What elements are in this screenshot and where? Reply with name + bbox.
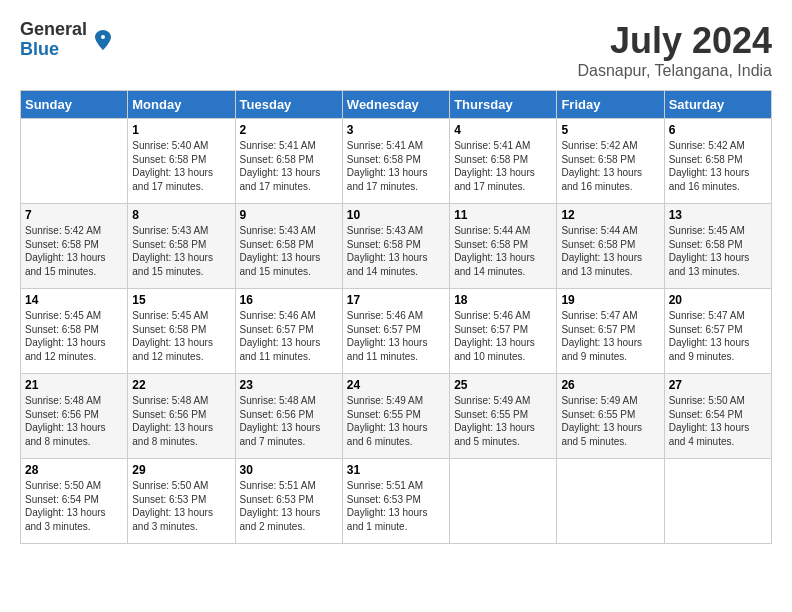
header-sunday: Sunday [21,91,128,119]
day-info: Sunrise: 5:47 AM Sunset: 6:57 PM Dayligh… [561,309,659,363]
calendar-week-row: 1Sunrise: 5:40 AM Sunset: 6:58 PM Daylig… [21,119,772,204]
day-info: Sunrise: 5:45 AM Sunset: 6:58 PM Dayligh… [132,309,230,363]
day-info: Sunrise: 5:49 AM Sunset: 6:55 PM Dayligh… [454,394,552,448]
calendar-cell [21,119,128,204]
calendar-cell: 6Sunrise: 5:42 AM Sunset: 6:58 PM Daylig… [664,119,771,204]
day-info: Sunrise: 5:41 AM Sunset: 6:58 PM Dayligh… [240,139,338,193]
day-number: 7 [25,208,123,222]
calendar-cell: 20Sunrise: 5:47 AM Sunset: 6:57 PM Dayli… [664,289,771,374]
day-info: Sunrise: 5:46 AM Sunset: 6:57 PM Dayligh… [454,309,552,363]
day-info: Sunrise: 5:41 AM Sunset: 6:58 PM Dayligh… [347,139,445,193]
day-info: Sunrise: 5:48 AM Sunset: 6:56 PM Dayligh… [132,394,230,448]
day-number: 2 [240,123,338,137]
calendar-cell: 12Sunrise: 5:44 AM Sunset: 6:58 PM Dayli… [557,204,664,289]
calendar-cell: 13Sunrise: 5:45 AM Sunset: 6:58 PM Dayli… [664,204,771,289]
calendar-cell: 24Sunrise: 5:49 AM Sunset: 6:55 PM Dayli… [342,374,449,459]
calendar-cell: 10Sunrise: 5:43 AM Sunset: 6:58 PM Dayli… [342,204,449,289]
calendar-cell: 25Sunrise: 5:49 AM Sunset: 6:55 PM Dayli… [450,374,557,459]
calendar-cell: 16Sunrise: 5:46 AM Sunset: 6:57 PM Dayli… [235,289,342,374]
calendar-cell: 27Sunrise: 5:50 AM Sunset: 6:54 PM Dayli… [664,374,771,459]
calendar-cell: 5Sunrise: 5:42 AM Sunset: 6:58 PM Daylig… [557,119,664,204]
day-info: Sunrise: 5:43 AM Sunset: 6:58 PM Dayligh… [132,224,230,278]
logo-blue: Blue [20,40,87,60]
day-number: 15 [132,293,230,307]
day-info: Sunrise: 5:45 AM Sunset: 6:58 PM Dayligh… [25,309,123,363]
day-info: Sunrise: 5:50 AM Sunset: 6:54 PM Dayligh… [669,394,767,448]
day-info: Sunrise: 5:43 AM Sunset: 6:58 PM Dayligh… [347,224,445,278]
calendar-cell: 1Sunrise: 5:40 AM Sunset: 6:58 PM Daylig… [128,119,235,204]
day-number: 28 [25,463,123,477]
day-info: Sunrise: 5:44 AM Sunset: 6:58 PM Dayligh… [454,224,552,278]
day-number: 25 [454,378,552,392]
header-thursday: Thursday [450,91,557,119]
calendar-cell: 9Sunrise: 5:43 AM Sunset: 6:58 PM Daylig… [235,204,342,289]
day-number: 26 [561,378,659,392]
day-number: 24 [347,378,445,392]
calendar-header-row: SundayMondayTuesdayWednesdayThursdayFrid… [21,91,772,119]
calendar-cell: 15Sunrise: 5:45 AM Sunset: 6:58 PM Dayli… [128,289,235,374]
calendar-cell: 18Sunrise: 5:46 AM Sunset: 6:57 PM Dayli… [450,289,557,374]
day-number: 3 [347,123,445,137]
day-number: 10 [347,208,445,222]
day-number: 5 [561,123,659,137]
calendar-cell: 7Sunrise: 5:42 AM Sunset: 6:58 PM Daylig… [21,204,128,289]
calendar-cell: 28Sunrise: 5:50 AM Sunset: 6:54 PM Dayli… [21,459,128,544]
day-info: Sunrise: 5:51 AM Sunset: 6:53 PM Dayligh… [240,479,338,533]
day-number: 31 [347,463,445,477]
header-saturday: Saturday [664,91,771,119]
day-number: 14 [25,293,123,307]
day-number: 20 [669,293,767,307]
calendar-cell: 30Sunrise: 5:51 AM Sunset: 6:53 PM Dayli… [235,459,342,544]
day-info: Sunrise: 5:42 AM Sunset: 6:58 PM Dayligh… [25,224,123,278]
calendar-week-row: 7Sunrise: 5:42 AM Sunset: 6:58 PM Daylig… [21,204,772,289]
day-number: 9 [240,208,338,222]
header-monday: Monday [128,91,235,119]
location-subtitle: Dasnapur, Telangana, India [577,62,772,80]
logo-icon [91,28,115,52]
day-info: Sunrise: 5:41 AM Sunset: 6:58 PM Dayligh… [454,139,552,193]
calendar-cell: 21Sunrise: 5:48 AM Sunset: 6:56 PM Dayli… [21,374,128,459]
day-number: 4 [454,123,552,137]
day-number: 29 [132,463,230,477]
day-info: Sunrise: 5:49 AM Sunset: 6:55 PM Dayligh… [347,394,445,448]
day-info: Sunrise: 5:42 AM Sunset: 6:58 PM Dayligh… [561,139,659,193]
calendar-cell [664,459,771,544]
logo-general: General [20,20,87,40]
day-info: Sunrise: 5:43 AM Sunset: 6:58 PM Dayligh… [240,224,338,278]
day-number: 23 [240,378,338,392]
day-number: 13 [669,208,767,222]
calendar-cell [450,459,557,544]
day-info: Sunrise: 5:44 AM Sunset: 6:58 PM Dayligh… [561,224,659,278]
calendar-week-row: 28Sunrise: 5:50 AM Sunset: 6:54 PM Dayli… [21,459,772,544]
day-info: Sunrise: 5:47 AM Sunset: 6:57 PM Dayligh… [669,309,767,363]
day-number: 16 [240,293,338,307]
day-info: Sunrise: 5:48 AM Sunset: 6:56 PM Dayligh… [25,394,123,448]
calendar-cell: 23Sunrise: 5:48 AM Sunset: 6:56 PM Dayli… [235,374,342,459]
day-info: Sunrise: 5:46 AM Sunset: 6:57 PM Dayligh… [240,309,338,363]
day-info: Sunrise: 5:50 AM Sunset: 6:54 PM Dayligh… [25,479,123,533]
calendar-week-row: 21Sunrise: 5:48 AM Sunset: 6:56 PM Dayli… [21,374,772,459]
calendar-cell: 31Sunrise: 5:51 AM Sunset: 6:53 PM Dayli… [342,459,449,544]
day-number: 19 [561,293,659,307]
day-info: Sunrise: 5:50 AM Sunset: 6:53 PM Dayligh… [132,479,230,533]
header-friday: Friday [557,91,664,119]
day-info: Sunrise: 5:40 AM Sunset: 6:58 PM Dayligh… [132,139,230,193]
day-number: 1 [132,123,230,137]
calendar-cell: 14Sunrise: 5:45 AM Sunset: 6:58 PM Dayli… [21,289,128,374]
calendar-week-row: 14Sunrise: 5:45 AM Sunset: 6:58 PM Dayli… [21,289,772,374]
calendar-cell: 22Sunrise: 5:48 AM Sunset: 6:56 PM Dayli… [128,374,235,459]
calendar-cell: 8Sunrise: 5:43 AM Sunset: 6:58 PM Daylig… [128,204,235,289]
calendar-cell: 11Sunrise: 5:44 AM Sunset: 6:58 PM Dayli… [450,204,557,289]
day-number: 21 [25,378,123,392]
calendar-cell: 26Sunrise: 5:49 AM Sunset: 6:55 PM Dayli… [557,374,664,459]
day-number: 27 [669,378,767,392]
day-number: 18 [454,293,552,307]
day-info: Sunrise: 5:42 AM Sunset: 6:58 PM Dayligh… [669,139,767,193]
day-info: Sunrise: 5:48 AM Sunset: 6:56 PM Dayligh… [240,394,338,448]
calendar-cell: 3Sunrise: 5:41 AM Sunset: 6:58 PM Daylig… [342,119,449,204]
day-number: 30 [240,463,338,477]
calendar-cell: 4Sunrise: 5:41 AM Sunset: 6:58 PM Daylig… [450,119,557,204]
day-number: 11 [454,208,552,222]
day-number: 22 [132,378,230,392]
title-section: July 2024 Dasnapur, Telangana, India [577,20,772,80]
